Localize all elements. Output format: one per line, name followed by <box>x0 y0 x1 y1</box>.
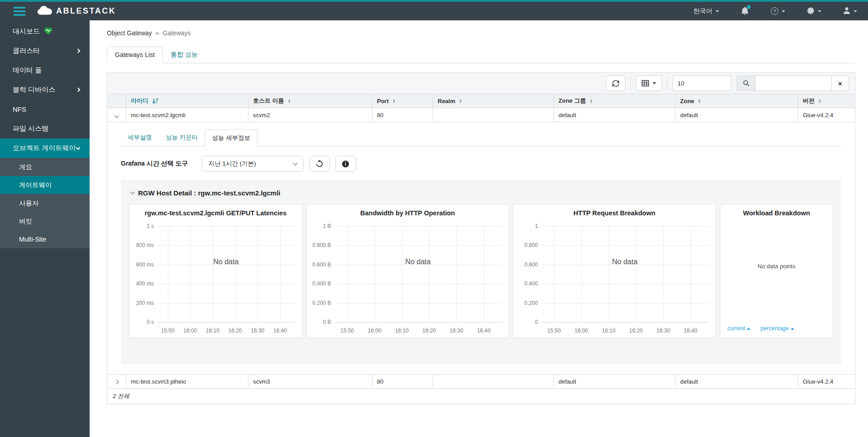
column-header-port[interactable]: Port▲▼ <box>372 94 433 108</box>
chevron-right-icon <box>76 88 81 92</box>
page-tabs: Gateways List 통합 성능 <box>107 47 855 63</box>
chart-title: HTTP Request Breakdown <box>514 204 715 218</box>
gridline <box>157 303 295 304</box>
chevron-down-icon <box>715 10 719 12</box>
settings-dropdown[interactable] <box>807 7 821 16</box>
help-icon: ? <box>771 7 778 15</box>
sidebar-item-dashboard[interactable]: 대시보드 <box>0 22 90 41</box>
gridline <box>636 226 636 322</box>
breadcrumb-page[interactable]: Gateways <box>162 29 191 37</box>
y-axis-label: 0 s <box>129 319 154 325</box>
sidebar-item-cluster[interactable]: 클러스터 <box>0 41 90 61</box>
gridline <box>213 226 213 322</box>
sidebar-item-label: 오브젝트 게이트웨이 <box>13 144 76 152</box>
collapse-row-button[interactable] <box>107 108 126 122</box>
grafana-section-header[interactable]: RGW Host Detail : rgw.mc-test.scvm2.lgcm… <box>129 186 833 204</box>
breadcrumb-separator: » <box>156 29 159 37</box>
y-axis-label: 0.800 B <box>307 242 331 248</box>
gridline <box>157 226 295 227</box>
grafana-time-label: Grafana 시간 선택 도구 <box>121 160 188 168</box>
sidebar-item-filesystem[interactable]: 파일 시스템 <box>0 119 90 138</box>
column-label: Port <box>377 98 389 104</box>
tab-overall-performance[interactable]: 통합 성능 <box>163 47 205 63</box>
column-header-zonegroup[interactable]: Zone 그룹▲▼ <box>554 94 676 108</box>
chevron-down-icon <box>130 190 135 195</box>
gridline <box>235 226 236 322</box>
gridline <box>190 226 191 322</box>
info-icon <box>342 160 349 168</box>
y-axis-label: 0.600 B <box>307 261 331 268</box>
sidebar-item-users[interactable]: 사용자 <box>0 194 90 212</box>
gridline <box>335 226 501 227</box>
sidebar-item-multisite[interactable]: Multi-Site <box>0 230 90 248</box>
top-navbar: ABLESTACK 한국어 ? <box>0 2 868 20</box>
sidebar-item-label: 사용자 <box>19 199 39 208</box>
workload-legend-links: current percentage <box>728 325 794 332</box>
table-row[interactable]: mc-test.scvm3.piheio scvm3 80 default de… <box>107 375 855 389</box>
expanded-detail-row: 세부설명 성능 카운터 성능 세부정보 Grafana 시간 선택 도구 지난 … <box>107 122 855 375</box>
x-axis-label: 16:20 <box>229 328 242 334</box>
help-dropdown[interactable]: ? <box>771 7 785 15</box>
column-header-version[interactable]: 버전▲▼ <box>798 94 855 108</box>
y-axis-label: 1 B <box>307 223 331 229</box>
info-button[interactable] <box>335 156 356 172</box>
legend-sort-percentage[interactable]: percentage <box>760 325 794 332</box>
tab-performance-counters[interactable]: 성능 카운터 <box>159 129 205 146</box>
user-dropdown[interactable] <box>843 7 857 16</box>
sidebar-item-nfs[interactable]: NFS <box>0 100 90 119</box>
page-size-input[interactable] <box>672 76 731 91</box>
y-axis-label: 0.400 B <box>307 280 331 287</box>
refresh-button[interactable] <box>606 76 625 91</box>
brand-logo: ABLESTACK <box>37 5 116 17</box>
sidebar-item-pools[interactable]: 데이터 풀 <box>0 61 90 80</box>
expand-column-header <box>107 94 126 108</box>
reset-time-button[interactable] <box>309 156 330 172</box>
gridline <box>582 226 582 322</box>
y-axis-label: 0.200 <box>514 300 538 306</box>
cell-port: 80 <box>372 108 433 122</box>
language-label: 한국어 <box>693 7 712 15</box>
tab-details[interactable]: 세부설명 <box>121 129 159 146</box>
sidebar-item-label: 버킷 <box>19 217 32 226</box>
sidebar-item-buckets[interactable]: 버킷 <box>0 212 90 230</box>
clear-search-button[interactable]: × <box>832 76 849 91</box>
column-label: Zone <box>680 98 694 104</box>
gridline <box>335 303 501 304</box>
tab-gateways-list[interactable]: Gateways List <box>107 47 163 63</box>
chart-title: rgw.mc-test.scvm2.lgcmli GET/PUT Latenci… <box>129 204 302 218</box>
expand-row-button[interactable] <box>107 375 126 389</box>
x-axis-label: 16:30 <box>657 328 670 334</box>
gridline <box>554 226 554 322</box>
legend-sort-current[interactable]: current <box>728 325 751 332</box>
gridline <box>402 226 402 322</box>
gridline <box>280 226 281 322</box>
column-header-zone[interactable]: Zone▲▼ <box>676 94 798 108</box>
sidebar-item-object-gateway[interactable]: 오브젝트 게이트웨이 <box>0 138 90 158</box>
table-row[interactable]: mc-test.scvm2.lgcmli scvm2 80 default de… <box>107 108 855 122</box>
sidebar-item-block-devices[interactable]: 블럭 디바이스 <box>0 80 90 100</box>
language-dropdown[interactable]: 한국어 <box>693 7 719 15</box>
column-header-hostname[interactable]: 호스트 이름▲▼ <box>248 94 372 108</box>
menu-toggle-icon[interactable] <box>14 7 25 16</box>
legend-link-label: current <box>728 325 745 332</box>
cloud-logo-icon <box>37 5 52 17</box>
sidebar-item-overview[interactable]: 개요 <box>0 158 90 176</box>
column-header-realm[interactable]: Realm▲▼ <box>433 94 554 108</box>
tab-performance-details[interactable]: 성능 세부정보 <box>205 129 258 147</box>
x-axis-label: 16:20 <box>629 328 643 334</box>
sidebar-item-label: 클러스터 <box>13 47 40 55</box>
x-axis-label: 16:10 <box>395 328 409 334</box>
sidebar-item-gateways[interactable]: 게이트웨이 <box>0 176 90 194</box>
grafana-section-title: RGW Host Detail : rgw.mc-test.scvm2.lgcm… <box>138 189 281 197</box>
chart-panel-http-requests: HTTP Request Breakdown 10.8000.6000.4000… <box>513 204 716 338</box>
notifications-button[interactable] <box>741 6 749 16</box>
time-range-select[interactable]: 지난 1시간 (기본) <box>202 156 304 172</box>
sort-icon: ▲▼ <box>392 99 396 104</box>
search-input[interactable] <box>755 76 832 91</box>
chart-plot-area: 10.8000.6000.4000.200015:5016:0016:1016:… <box>514 221 715 337</box>
cell-id: mc-test.scvm3.piheio <box>126 375 248 389</box>
gridline <box>484 226 484 322</box>
undo-icon <box>316 160 323 167</box>
column-header-id[interactable]: 아이디 <box>126 94 248 108</box>
column-toggle-dropdown[interactable] <box>636 76 662 91</box>
